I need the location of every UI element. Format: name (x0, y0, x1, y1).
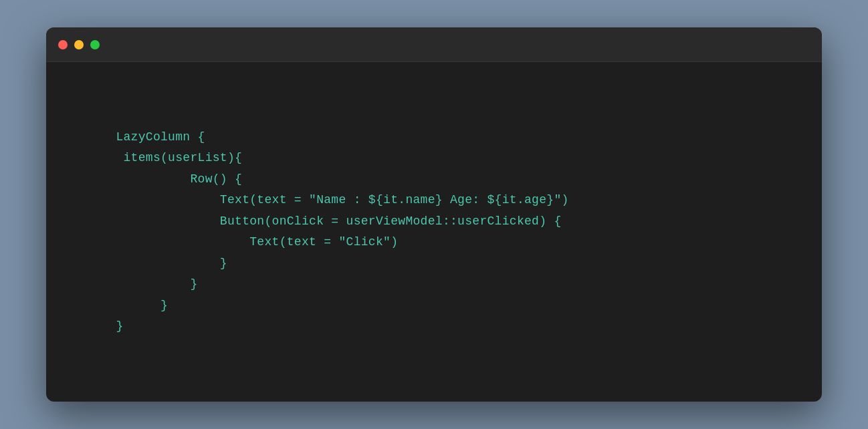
title-bar (46, 27, 822, 62)
maximize-button[interactable] (90, 40, 100, 49)
code-line-3: Row() { (86, 169, 782, 190)
code-line-1: LazyColumn { (86, 127, 782, 148)
code-line-10: } (86, 295, 782, 317)
close-button[interactable] (58, 40, 68, 49)
code-line-8: } (86, 274, 782, 295)
code-line-5: Button(onClick = userViewModel::userClic… (86, 211, 782, 233)
code-line-6: Text(text = "Click") (86, 232, 782, 253)
code-editor: LazyColumn { items(userList){ Row() { Te… (46, 62, 822, 402)
code-line-7: } (86, 253, 782, 275)
code-line-11: } (86, 316, 782, 337)
code-line-2: items(userList){ (86, 148, 782, 169)
code-window: LazyColumn { items(userList){ Row() { Te… (46, 27, 822, 402)
traffic-lights (58, 40, 100, 49)
code-line-4: Text(text = "Name : ${it.name} Age: ${it… (86, 190, 782, 211)
minimize-button[interactable] (74, 40, 84, 49)
